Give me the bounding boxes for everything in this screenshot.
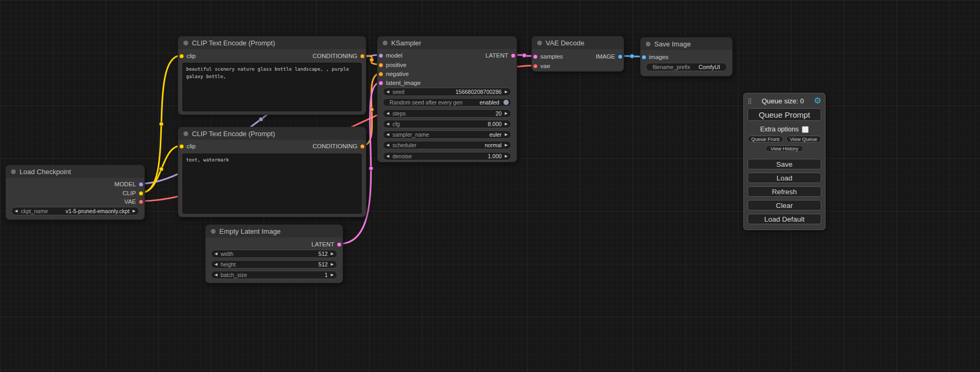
output-port-LATENT[interactable] — [511, 53, 516, 58]
input-port-label: clip — [187, 52, 196, 60]
node-status-dot-icon — [11, 169, 16, 174]
input-port-latent_image[interactable] — [379, 81, 383, 85]
widget-decrement-icon[interactable]: ◀ — [215, 260, 217, 269]
output-port-LATENT[interactable] — [337, 242, 342, 247]
queue-prompt-button[interactable]: Queue Prompt — [748, 108, 821, 121]
widget-denoise[interactable]: ◀denoise1.000▶ — [383, 152, 511, 160]
input-port-images[interactable] — [642, 55, 646, 60]
widget-value: 8.000 — [488, 121, 501, 127]
output-port-CLIP[interactable] — [139, 191, 143, 196]
widget-label: Random seed after every gen — [390, 99, 462, 106]
input-port-positive[interactable] — [379, 63, 383, 68]
node-title-bar[interactable]: Save Image — [641, 37, 732, 50]
widget-decrement-icon[interactable]: ◀ — [215, 271, 217, 279]
output-port-MODEL[interactable] — [139, 182, 143, 187]
widget-decrement-icon[interactable]: ◀ — [386, 152, 389, 160]
settings-gear-icon[interactable]: ⚙ — [814, 97, 821, 105]
widget-value: 156680208700286 — [455, 89, 502, 95]
node-title-bar[interactable]: CLIP Text Encode (Prompt) — [178, 36, 366, 49]
load-default-button[interactable]: Load Default — [748, 214, 821, 224]
node-vae-decode[interactable]: VAE DecodesamplesvaeIMAGE — [531, 36, 624, 72]
node-save-image[interactable]: Save Imageimagesfilename_prefixComfyUI — [640, 37, 733, 77]
widget-label: seed — [392, 89, 404, 95]
output-port-VAE[interactable] — [139, 199, 143, 204]
widget-label: denoise — [392, 153, 412, 159]
widget-decrement-icon[interactable]: ◀ — [386, 120, 389, 128]
widget-filename_prefix[interactable]: filename_prefixComfyUI — [646, 63, 727, 71]
node-title-text: Load Checkpoint — [20, 168, 71, 176]
widget-increment-icon[interactable]: ▶ — [505, 152, 508, 160]
node-title-bar[interactable]: Empty Latent Image — [206, 225, 343, 237]
queue-front-button[interactable]: Queue Front — [748, 136, 783, 142]
extra-options-checkbox[interactable] — [802, 126, 809, 133]
input-port-vae[interactable] — [533, 64, 538, 69]
clear-button[interactable]: Clear — [748, 200, 821, 211]
node-title-text: VAE Decode — [546, 39, 584, 47]
input-port-model[interactable] — [379, 53, 383, 58]
output-port-label: MODEL — [114, 180, 136, 188]
output-port-CONDITIONING[interactable] — [360, 144, 365, 149]
widget-decrement-icon[interactable]: ◀ — [15, 207, 17, 215]
refresh-button[interactable]: Refresh — [748, 186, 821, 197]
input-port-label: clip — [187, 142, 196, 150]
load-button[interactable]: Load — [748, 173, 821, 183]
node-title-bar[interactable]: CLIP Text Encode (Prompt) — [178, 127, 366, 140]
prompt-textarea[interactable]: beautiful scenery nature glass bottle la… — [182, 63, 362, 111]
widget-increment-icon[interactable]: ▶ — [331, 271, 334, 279]
node-clip-encode-positive[interactable]: CLIP Text Encode (Prompt)clipCONDITIONIN… — [178, 36, 366, 115]
node-title-bar[interactable]: VAE Decode — [532, 36, 624, 49]
widget-seed[interactable]: ◀seed156680208700286▶ — [383, 88, 511, 96]
input-port-samples[interactable] — [533, 54, 538, 59]
extra-options-label: Extra options — [760, 126, 799, 133]
widget-increment-icon[interactable]: ▶ — [505, 109, 508, 118]
node-load-checkpoint[interactable]: Load CheckpointMODELCLIPVAE◀ckpt_namev1-… — [5, 165, 145, 220]
widget-cfg[interactable]: ◀cfg8.000▶ — [383, 120, 511, 128]
view-history-button[interactable]: View History — [765, 145, 803, 152]
output-port-IMAGE[interactable] — [618, 54, 623, 59]
output-port-CONDITIONING[interactable] — [360, 54, 365, 59]
save-button[interactable]: Save — [748, 159, 821, 169]
widget-increment-icon[interactable]: ▶ — [505, 88, 508, 96]
widget-label: steps — [392, 110, 405, 117]
widget-decrement-icon[interactable]: ◀ — [386, 130, 389, 139]
drag-handle-icon[interactable]: ⣿ — [748, 98, 752, 104]
node-clip-encode-negative[interactable]: CLIP Text Encode (Prompt)clipCONDITIONIN… — [178, 127, 366, 217]
widget-scheduler[interactable]: ◀schedulernormal▶ — [383, 141, 511, 149]
widget-width[interactable]: ◀width512▶ — [211, 250, 337, 258]
node-title-text: Save Image — [654, 40, 691, 48]
widget-height[interactable]: ◀height512▶ — [211, 260, 337, 269]
widget-random-seed-after-every-gen[interactable]: Random seed after every genenabled — [383, 98, 511, 107]
view-queue-button[interactable]: View Queue — [786, 136, 822, 142]
widget-ckpt_name[interactable]: ◀ckpt_namev1-5-pruned-emaonly.ckpt▶ — [11, 207, 139, 215]
widget-label: batch_size — [220, 272, 247, 278]
input-port-clip[interactable] — [179, 54, 184, 59]
widget-increment-icon[interactable]: ▶ — [331, 250, 334, 258]
widget-value: 512 — [318, 261, 328, 268]
node-title-bar[interactable]: Load Checkpoint — [6, 165, 144, 178]
widget-steps[interactable]: ◀steps20▶ — [383, 109, 511, 118]
node-ksampler[interactable]: KSamplermodelpositivenegativelatent_imag… — [377, 36, 517, 163]
widget-batch_size[interactable]: ◀batch_size1▶ — [211, 271, 337, 279]
widget-increment-icon[interactable]: ▶ — [505, 130, 508, 139]
node-title-bar[interactable]: KSampler — [377, 36, 517, 49]
widget-decrement-icon[interactable]: ◀ — [215, 250, 217, 258]
widget-increment-icon[interactable]: ▶ — [505, 120, 508, 128]
node-graph-canvas[interactable]: Load CheckpointMODELCLIPVAE◀ckpt_namev1-… — [0, 0, 980, 372]
widget-decrement-icon[interactable]: ◀ — [386, 88, 389, 96]
widget-sampler_name[interactable]: ◀sampler_nameeuler▶ — [383, 130, 511, 139]
output-port-label: CLIP — [122, 189, 136, 197]
node-empty-latent[interactable]: Empty Latent ImageLATENT◀width512▶◀heigh… — [205, 224, 343, 283]
widget-increment-icon[interactable]: ▶ — [331, 260, 334, 269]
toggle-knob-icon[interactable] — [503, 100, 509, 105]
input-port-label: model — [386, 51, 402, 60]
widget-decrement-icon[interactable]: ◀ — [386, 109, 389, 118]
widget-value: normal — [485, 142, 502, 148]
input-port-clip[interactable] — [179, 144, 184, 149]
widget-decrement-icon[interactable]: ◀ — [386, 141, 389, 149]
widget-increment-icon[interactable]: ▶ — [505, 141, 508, 149]
widget-value: 20 — [496, 110, 502, 117]
prompt-textarea[interactable]: text, watermark — [182, 154, 362, 214]
widget-increment-icon[interactable]: ▶ — [133, 207, 135, 215]
input-port-negative[interactable] — [379, 72, 383, 77]
node-status-dot-icon — [183, 41, 188, 45]
